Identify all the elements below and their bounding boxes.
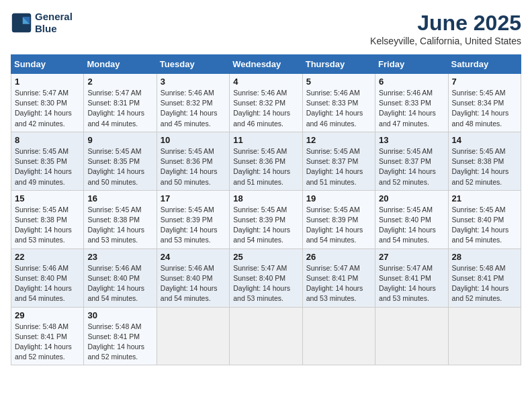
day-number: 10 [161,135,226,145]
day-info: Sunrise: 5:45 AMSunset: 8:36 PMDaylight:… [161,146,226,187]
day-number: 27 [379,252,444,262]
day-info: Sunrise: 5:45 AMSunset: 8:38 PMDaylight:… [452,146,517,187]
calendar-cell: 2Sunrise: 5:47 AMSunset: 8:31 PMDaylight… [84,74,157,132]
calendar-cell: 13Sunrise: 5:45 AMSunset: 8:37 PMDayligh… [375,132,448,190]
calendar-cell: 27Sunrise: 5:47 AMSunset: 8:41 PMDayligh… [375,248,448,307]
day-info: Sunrise: 5:45 AMSunset: 8:35 PMDaylight:… [15,146,80,187]
calendar-week-row: 1Sunrise: 5:47 AMSunset: 8:30 PMDaylight… [11,74,521,132]
day-number: 28 [452,252,517,262]
title-block: June 2025 Kelseyville, California, Unite… [370,11,521,46]
calendar-cell: 21Sunrise: 5:45 AMSunset: 8:40 PMDayligh… [448,190,521,248]
calendar-cell: 24Sunrise: 5:46 AMSunset: 8:40 PMDayligh… [157,248,229,307]
header-row: Sunday Monday Tuesday Wednesday Thursday… [11,55,521,74]
day-info: Sunrise: 5:48 AMSunset: 8:41 PMDaylight:… [15,322,80,363]
day-info: Sunrise: 5:45 AMSunset: 8:39 PMDaylight:… [306,205,371,246]
col-friday: Friday [375,55,448,74]
day-number: 30 [87,310,152,320]
logo-icon [11,12,32,34]
calendar-cell: 11Sunrise: 5:45 AMSunset: 8:36 PMDayligh… [230,132,302,190]
day-number: 14 [452,135,517,145]
logo: General Blue [11,11,73,35]
day-info: Sunrise: 5:46 AMSunset: 8:33 PMDaylight:… [306,88,371,129]
day-info: Sunrise: 5:45 AMSunset: 8:39 PMDaylight:… [161,205,226,246]
day-info: Sunrise: 5:48 AMSunset: 8:41 PMDaylight:… [87,322,152,363]
day-number: 2 [87,77,152,87]
calendar-cell: 20Sunrise: 5:45 AMSunset: 8:40 PMDayligh… [375,190,448,248]
day-number: 8 [15,135,80,145]
day-info: Sunrise: 5:45 AMSunset: 8:40 PMDaylight:… [452,205,517,246]
day-number: 6 [379,77,444,87]
calendar-cell [157,307,229,365]
col-saturday: Saturday [448,55,521,74]
day-number: 25 [233,252,298,262]
calendar-title: June 2025 [370,11,521,36]
day-info: Sunrise: 5:46 AMSunset: 8:40 PMDaylight:… [161,263,226,304]
day-info: Sunrise: 5:46 AMSunset: 8:40 PMDaylight:… [15,263,80,304]
day-info: Sunrise: 5:45 AMSunset: 8:36 PMDaylight:… [233,146,298,187]
calendar-cell: 28Sunrise: 5:48 AMSunset: 8:41 PMDayligh… [448,248,521,307]
day-info: Sunrise: 5:48 AMSunset: 8:41 PMDaylight:… [452,263,517,304]
day-number: 7 [452,77,517,87]
calendar-cell: 25Sunrise: 5:47 AMSunset: 8:40 PMDayligh… [230,248,302,307]
day-info: Sunrise: 5:47 AMSunset: 8:41 PMDaylight:… [306,263,371,304]
calendar-cell: 4Sunrise: 5:46 AMSunset: 8:32 PMDaylight… [230,74,302,132]
calendar-week-row: 15Sunrise: 5:45 AMSunset: 8:38 PMDayligh… [11,190,521,248]
col-wednesday: Wednesday [230,55,302,74]
calendar-cell: 12Sunrise: 5:45 AMSunset: 8:37 PMDayligh… [302,132,375,190]
day-number: 23 [87,252,152,262]
calendar-week-row: 22Sunrise: 5:46 AMSunset: 8:40 PMDayligh… [11,248,521,307]
day-info: Sunrise: 5:47 AMSunset: 8:31 PMDaylight:… [87,88,152,129]
calendar-cell: 18Sunrise: 5:45 AMSunset: 8:39 PMDayligh… [230,190,302,248]
calendar-cell [230,307,302,365]
day-number: 19 [306,193,371,203]
col-tuesday: Tuesday [157,55,229,74]
day-info: Sunrise: 5:46 AMSunset: 8:32 PMDaylight:… [161,88,226,129]
calendar-cell: 30Sunrise: 5:48 AMSunset: 8:41 PMDayligh… [84,307,157,365]
day-number: 11 [233,135,298,145]
day-info: Sunrise: 5:45 AMSunset: 8:37 PMDaylight:… [379,146,444,187]
calendar-cell: 16Sunrise: 5:45 AMSunset: 8:38 PMDayligh… [84,190,157,248]
day-info: Sunrise: 5:47 AMSunset: 8:40 PMDaylight:… [233,263,298,304]
calendar-cell: 17Sunrise: 5:45 AMSunset: 8:39 PMDayligh… [157,190,229,248]
day-number: 4 [233,77,298,87]
day-number: 1 [15,77,80,87]
calendar-cell: 8Sunrise: 5:45 AMSunset: 8:35 PMDaylight… [11,132,84,190]
calendar-cell: 14Sunrise: 5:45 AMSunset: 8:38 PMDayligh… [448,132,521,190]
calendar-cell: 19Sunrise: 5:45 AMSunset: 8:39 PMDayligh… [302,190,375,248]
day-info: Sunrise: 5:46 AMSunset: 8:40 PMDaylight:… [87,263,152,304]
day-number: 22 [15,252,80,262]
calendar-cell: 5Sunrise: 5:46 AMSunset: 8:33 PMDaylight… [302,74,375,132]
day-info: Sunrise: 5:45 AMSunset: 8:38 PMDaylight:… [87,205,152,246]
day-number: 13 [379,135,444,145]
day-info: Sunrise: 5:46 AMSunset: 8:33 PMDaylight:… [379,88,444,129]
day-info: Sunrise: 5:45 AMSunset: 8:35 PMDaylight:… [87,146,152,187]
day-number: 26 [306,252,371,262]
day-number: 3 [161,77,226,87]
day-info: Sunrise: 5:45 AMSunset: 8:37 PMDaylight:… [306,146,371,187]
page-header: General Blue June 2025 Kelseyville, Cali… [11,11,521,46]
calendar-cell [375,307,448,365]
day-number: 16 [87,193,152,203]
day-number: 18 [233,193,298,203]
calendar-week-row: 29Sunrise: 5:48 AMSunset: 8:41 PMDayligh… [11,307,521,365]
col-thursday: Thursday [302,55,375,74]
day-number: 5 [306,77,371,87]
calendar-cell: 7Sunrise: 5:45 AMSunset: 8:34 PMDaylight… [448,74,521,132]
day-number: 17 [161,193,226,203]
day-number: 20 [379,193,444,203]
day-number: 24 [161,252,226,262]
calendar-week-row: 8Sunrise: 5:45 AMSunset: 8:35 PMDaylight… [11,132,521,190]
calendar-subtitle: Kelseyville, California, United States [370,36,521,46]
calendar-cell: 23Sunrise: 5:46 AMSunset: 8:40 PMDayligh… [84,248,157,307]
day-info: Sunrise: 5:45 AMSunset: 8:38 PMDaylight:… [15,205,80,246]
calendar-cell: 22Sunrise: 5:46 AMSunset: 8:40 PMDayligh… [11,248,84,307]
day-number: 29 [15,310,80,320]
calendar-cell: 3Sunrise: 5:46 AMSunset: 8:32 PMDaylight… [157,74,229,132]
col-monday: Monday [84,55,157,74]
day-number: 12 [306,135,371,145]
col-sunday: Sunday [11,55,84,74]
calendar-cell [448,307,521,365]
day-number: 15 [15,193,80,203]
day-info: Sunrise: 5:45 AMSunset: 8:40 PMDaylight:… [379,205,444,246]
calendar-cell: 26Sunrise: 5:47 AMSunset: 8:41 PMDayligh… [302,248,375,307]
